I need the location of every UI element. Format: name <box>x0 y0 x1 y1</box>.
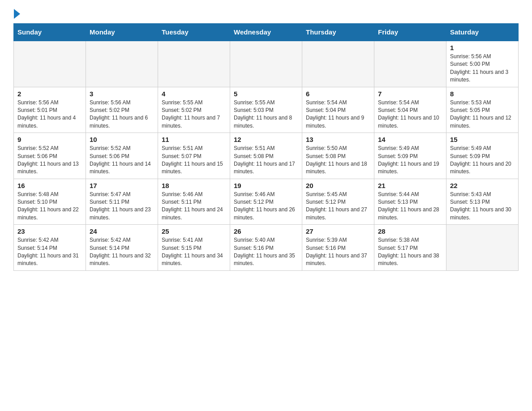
weekday-header-saturday: Saturday <box>446 24 519 41</box>
day-info: Sunrise: 5:54 AM Sunset: 5:04 PM Dayligh… <box>378 99 442 130</box>
calendar-day-cell: 25Sunrise: 5:41 AM Sunset: 5:15 PM Dayli… <box>158 225 230 271</box>
day-info: Sunrise: 5:55 AM Sunset: 5:03 PM Dayligh… <box>234 99 298 130</box>
day-number: 7 <box>378 90 442 98</box>
day-number: 28 <box>378 227 442 235</box>
calendar-week-row: 9Sunrise: 5:52 AM Sunset: 5:06 PM Daylig… <box>14 133 519 179</box>
day-info: Sunrise: 5:49 AM Sunset: 5:09 PM Dayligh… <box>450 145 515 176</box>
day-info: Sunrise: 5:45 AM Sunset: 5:12 PM Dayligh… <box>306 191 370 222</box>
weekday-header-wednesday: Wednesday <box>230 24 302 41</box>
day-number: 4 <box>162 90 226 98</box>
calendar-day-cell: 24Sunrise: 5:42 AM Sunset: 5:14 PM Dayli… <box>86 225 158 271</box>
calendar-day-cell: 5Sunrise: 5:55 AM Sunset: 5:03 PM Daylig… <box>230 87 302 133</box>
day-info: Sunrise: 5:56 AM Sunset: 5:00 PM Dayligh… <box>450 53 515 84</box>
calendar-day-cell: 12Sunrise: 5:51 AM Sunset: 5:08 PM Dayli… <box>230 133 302 179</box>
day-info: Sunrise: 5:54 AM Sunset: 5:04 PM Dayligh… <box>306 99 370 130</box>
calendar-week-row: 2Sunrise: 5:56 AM Sunset: 5:01 PM Daylig… <box>14 87 519 133</box>
calendar-day-cell: 8Sunrise: 5:53 AM Sunset: 5:05 PM Daylig… <box>446 87 519 133</box>
day-info: Sunrise: 5:52 AM Sunset: 5:06 PM Dayligh… <box>17 145 82 176</box>
day-number: 21 <box>378 182 442 189</box>
day-info: Sunrise: 5:51 AM Sunset: 5:07 PM Dayligh… <box>162 145 226 176</box>
day-info: Sunrise: 5:44 AM Sunset: 5:13 PM Dayligh… <box>378 191 442 222</box>
calendar-day-cell: 15Sunrise: 5:49 AM Sunset: 5:09 PM Dayli… <box>446 133 519 179</box>
day-info: Sunrise: 5:50 AM Sunset: 5:08 PM Dayligh… <box>306 145 370 176</box>
day-info: Sunrise: 5:38 AM Sunset: 5:17 PM Dayligh… <box>378 236 442 268</box>
day-number: 3 <box>90 90 154 98</box>
day-number: 5 <box>234 90 298 98</box>
calendar-day-cell <box>86 41 158 87</box>
calendar-day-cell: 6Sunrise: 5:54 AM Sunset: 5:04 PM Daylig… <box>302 87 374 133</box>
calendar-day-cell: 2Sunrise: 5:56 AM Sunset: 5:01 PM Daylig… <box>14 87 86 133</box>
calendar-day-cell: 26Sunrise: 5:40 AM Sunset: 5:16 PM Dayli… <box>230 225 302 271</box>
weekday-header-friday: Friday <box>374 24 446 41</box>
day-info: Sunrise: 5:42 AM Sunset: 5:14 PM Dayligh… <box>90 236 154 268</box>
calendar-day-cell: 7Sunrise: 5:54 AM Sunset: 5:04 PM Daylig… <box>374 87 446 133</box>
day-info: Sunrise: 5:40 AM Sunset: 5:16 PM Dayligh… <box>234 236 298 268</box>
calendar-day-cell: 9Sunrise: 5:52 AM Sunset: 5:06 PM Daylig… <box>14 133 86 179</box>
day-number: 25 <box>162 227 226 235</box>
calendar-day-cell: 13Sunrise: 5:50 AM Sunset: 5:08 PM Dayli… <box>302 133 374 179</box>
calendar-day-cell <box>14 41 86 87</box>
calendar-day-cell: 28Sunrise: 5:38 AM Sunset: 5:17 PM Dayli… <box>374 225 446 271</box>
calendar-day-cell: 14Sunrise: 5:49 AM Sunset: 5:09 PM Dayli… <box>374 133 446 179</box>
calendar-day-cell: 19Sunrise: 5:46 AM Sunset: 5:12 PM Dayli… <box>230 179 302 225</box>
day-info: Sunrise: 5:52 AM Sunset: 5:06 PM Dayligh… <box>90 145 154 176</box>
calendar-day-cell: 16Sunrise: 5:48 AM Sunset: 5:10 PM Dayli… <box>14 179 86 225</box>
day-number: 6 <box>306 90 370 98</box>
day-info: Sunrise: 5:39 AM Sunset: 5:16 PM Dayligh… <box>306 236 370 268</box>
day-number: 11 <box>162 136 226 143</box>
day-info: Sunrise: 5:42 AM Sunset: 5:14 PM Dayligh… <box>17 236 82 268</box>
day-info: Sunrise: 5:55 AM Sunset: 5:02 PM Dayligh… <box>162 99 226 130</box>
calendar-day-cell: 21Sunrise: 5:44 AM Sunset: 5:13 PM Dayli… <box>374 179 446 225</box>
day-number: 19 <box>234 182 298 189</box>
day-number: 1 <box>450 44 515 51</box>
day-info: Sunrise: 5:49 AM Sunset: 5:09 PM Dayligh… <box>378 145 442 176</box>
calendar-day-cell <box>158 41 230 87</box>
day-info: Sunrise: 5:47 AM Sunset: 5:11 PM Dayligh… <box>90 191 154 222</box>
calendar-day-cell <box>446 225 519 271</box>
calendar-day-cell: 11Sunrise: 5:51 AM Sunset: 5:07 PM Dayli… <box>158 133 230 179</box>
day-number: 24 <box>90 227 154 235</box>
weekday-header-thursday: Thursday <box>302 24 374 41</box>
day-number: 15 <box>450 136 515 143</box>
calendar-day-cell: 27Sunrise: 5:39 AM Sunset: 5:16 PM Dayli… <box>302 225 374 271</box>
calendar-day-cell: 22Sunrise: 5:43 AM Sunset: 5:13 PM Dayli… <box>446 179 519 225</box>
day-number: 8 <box>450 90 515 98</box>
day-info: Sunrise: 5:46 AM Sunset: 5:12 PM Dayligh… <box>234 191 298 222</box>
day-number: 13 <box>306 136 370 143</box>
calendar-day-cell: 17Sunrise: 5:47 AM Sunset: 5:11 PM Dayli… <box>86 179 158 225</box>
day-number: 10 <box>90 136 154 143</box>
day-number: 20 <box>306 182 370 189</box>
logo-triangle-icon <box>14 9 20 19</box>
weekday-header-tuesday: Tuesday <box>158 24 230 41</box>
calendar-day-cell: 4Sunrise: 5:55 AM Sunset: 5:02 PM Daylig… <box>158 87 230 133</box>
day-number: 18 <box>162 182 226 189</box>
day-number: 12 <box>234 136 298 143</box>
weekday-header-monday: Monday <box>86 24 158 41</box>
calendar-table: SundayMondayTuesdayWednesdayThursdayFrid… <box>13 23 519 271</box>
day-number: 22 <box>450 182 515 189</box>
calendar-day-cell: 18Sunrise: 5:46 AM Sunset: 5:11 PM Dayli… <box>158 179 230 225</box>
day-number: 17 <box>90 182 154 189</box>
day-number: 27 <box>306 227 370 235</box>
day-number: 14 <box>378 136 442 143</box>
calendar-week-row: 23Sunrise: 5:42 AM Sunset: 5:14 PM Dayli… <box>14 225 519 271</box>
day-info: Sunrise: 5:48 AM Sunset: 5:10 PM Dayligh… <box>17 191 82 222</box>
page-header <box>13 9 519 19</box>
calendar-day-cell: 10Sunrise: 5:52 AM Sunset: 5:06 PM Dayli… <box>86 133 158 179</box>
logo <box>13 9 20 19</box>
day-info: Sunrise: 5:56 AM Sunset: 5:01 PM Dayligh… <box>17 99 82 130</box>
day-info: Sunrise: 5:51 AM Sunset: 5:08 PM Dayligh… <box>234 145 298 176</box>
day-number: 9 <box>17 136 82 143</box>
calendar-day-cell: 23Sunrise: 5:42 AM Sunset: 5:14 PM Dayli… <box>14 225 86 271</box>
calendar-day-cell <box>230 41 302 87</box>
day-info: Sunrise: 5:41 AM Sunset: 5:15 PM Dayligh… <box>162 236 226 268</box>
day-number: 16 <box>17 182 82 189</box>
calendar-day-cell <box>374 41 446 87</box>
calendar-day-cell: 20Sunrise: 5:45 AM Sunset: 5:12 PM Dayli… <box>302 179 374 225</box>
weekday-header-sunday: Sunday <box>14 24 86 41</box>
calendar-day-cell <box>302 41 374 87</box>
day-number: 2 <box>17 90 82 98</box>
calendar-day-cell: 3Sunrise: 5:56 AM Sunset: 5:02 PM Daylig… <box>86 87 158 133</box>
day-info: Sunrise: 5:56 AM Sunset: 5:02 PM Dayligh… <box>90 99 154 130</box>
day-number: 23 <box>17 227 82 235</box>
